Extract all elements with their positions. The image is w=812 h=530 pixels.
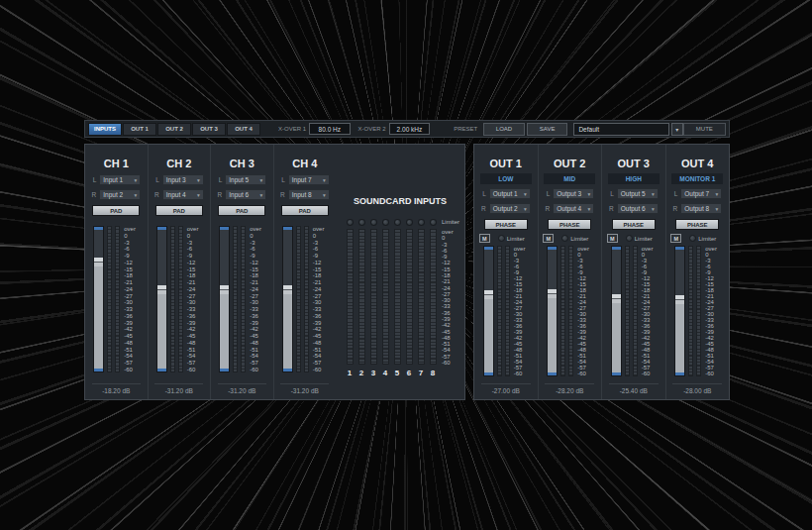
xover1-field[interactable]: 80.0 Hz — [309, 123, 351, 135]
fader-handle[interactable] — [283, 285, 292, 294]
level-meter-right — [568, 246, 573, 376]
channel-strip: CH 3 L Input 5 ▾ R Input 6 — [211, 145, 274, 399]
output-select-right[interactable]: Output 6 ▾ — [617, 203, 659, 214]
input-select-right[interactable]: Input 6 ▾ — [225, 189, 266, 200]
meter-scale: over0-3-6-9-12-15-18-21-24-27-30-33-36-3… — [313, 226, 328, 372]
input-select-left[interactable]: Input 1 ▾ — [99, 174, 141, 185]
pad-button[interactable]: PAD — [218, 205, 265, 216]
save-button[interactable]: SAVE — [527, 123, 568, 136]
mute-button[interactable]: MUTE — [683, 123, 726, 136]
scale-label: -36 — [442, 310, 457, 316]
scale-label: -36 — [313, 313, 328, 319]
input-select-right[interactable]: Input 2 ▾ — [99, 189, 141, 200]
scale-label: -21 — [187, 279, 202, 285]
clip-led-icon — [347, 219, 354, 226]
output-title: OUT 3 — [618, 157, 650, 170]
gain-fader[interactable] — [674, 246, 685, 376]
channel-strip: CH 4 L Input 7 ▾ R Input 8 — [274, 145, 337, 399]
load-button[interactable]: LOAD — [483, 123, 525, 136]
scale-label: -15 — [187, 266, 202, 272]
scale-label: -57 — [187, 360, 202, 366]
channel-title: CH 1 — [104, 157, 129, 170]
level-meter-left — [296, 226, 301, 372]
pad-button[interactable]: PAD — [281, 205, 329, 216]
output-select-left[interactable]: Output 1 ▾ — [489, 188, 531, 199]
preset-name-field[interactable]: Default — [573, 123, 669, 136]
fader-track-upper — [548, 247, 557, 293]
gain-fader[interactable] — [93, 226, 104, 372]
scale-label: -36 — [250, 313, 264, 319]
input-select-right-value: Input 4 — [166, 191, 186, 198]
tab[interactable]: OUT 1 — [123, 123, 156, 136]
pad-button[interactable]: PAD — [92, 205, 140, 216]
scale-label: -27 — [187, 293, 202, 299]
fader-handle[interactable] — [220, 285, 229, 294]
scale-label: -42 — [313, 326, 328, 332]
phase-button[interactable]: PHASE — [548, 219, 591, 230]
gain-fader[interactable] — [611, 246, 622, 376]
clip-led-icon — [358, 219, 365, 226]
band-label: HIGH — [608, 173, 660, 184]
scale-label: -21 — [313, 279, 328, 285]
phase-button[interactable]: PHASE — [612, 219, 656, 230]
fader-track-upper — [484, 247, 493, 294]
output-select-right[interactable]: Output 4 ▾ — [553, 203, 594, 214]
gain-fader[interactable] — [547, 246, 558, 376]
pad-button[interactable]: PAD — [155, 205, 203, 216]
soundcard-channel: 5 — [391, 219, 403, 377]
limiter-led-icon — [626, 235, 633, 242]
input-select-left-value: Input 5 — [229, 176, 249, 183]
output-select-right[interactable]: Output 8 ▾ — [680, 203, 722, 214]
tab[interactable]: OUT 2 — [157, 123, 191, 136]
level-meter-right — [505, 246, 510, 376]
fader-handle[interactable] — [548, 289, 557, 298]
scale-label: -39 — [313, 320, 328, 326]
channel-mute-button[interactable]: M — [543, 234, 554, 243]
fader-track-upper — [612, 247, 621, 298]
tab[interactable]: INPUTS — [88, 123, 122, 136]
fader-handle[interactable] — [612, 294, 621, 303]
gain-fader[interactable] — [219, 226, 230, 372]
output-select-left[interactable]: Output 7 ▾ — [680, 188, 722, 199]
fader-handle[interactable] — [94, 258, 103, 266]
output-select-left[interactable]: Output 5 ▾ — [617, 188, 659, 199]
channel-mute-button[interactable]: M — [607, 234, 618, 243]
input-select-left[interactable]: Input 7 ▾ — [288, 174, 330, 185]
level-readout-divider: -25.40 dB — [609, 383, 659, 399]
input-select-right[interactable]: Input 4 ▾ — [162, 189, 204, 200]
left-channel-label: L — [91, 176, 96, 183]
tab[interactable]: OUT 4 — [227, 123, 260, 136]
level-meter-right — [304, 226, 309, 372]
tab[interactable]: OUT 3 — [192, 123, 226, 136]
channel-mute-button[interactable]: M — [670, 234, 681, 243]
gain-fader[interactable] — [282, 226, 293, 372]
input-select-right[interactable]: Input 8 ▾ — [288, 189, 330, 200]
scale-label: -42 — [442, 322, 457, 328]
fader-handle[interactable] — [484, 290, 493, 299]
left-channel-label: L — [217, 176, 222, 183]
fader-handle[interactable] — [675, 295, 684, 304]
gain-fader[interactable] — [483, 246, 494, 376]
phase-button[interactable]: PHASE — [484, 219, 528, 230]
output-select-right[interactable]: Output 2 ▾ — [489, 203, 531, 214]
level-readout-divider: -31.20 dB — [154, 383, 203, 399]
scale-label: -45 — [442, 329, 457, 335]
scale-label: -42 — [187, 326, 202, 332]
limiter-label: Limiter — [442, 219, 457, 229]
input-select-left[interactable]: Input 3 ▾ — [162, 174, 204, 185]
limiter-label: Limiter — [570, 236, 588, 242]
soundcard-channel-number: 7 — [419, 369, 423, 377]
xover2-field[interactable]: 2.00 kHz — [389, 123, 431, 135]
fader-handle[interactable] — [157, 285, 166, 294]
channel-mute-button[interactable]: M — [479, 234, 490, 243]
chevron-down-icon: ▾ — [323, 192, 326, 198]
output-select-right-value: Output 6 — [621, 205, 646, 212]
preset-dropdown-button[interactable]: ▾ — [671, 123, 682, 136]
chevron-down-icon: ▾ — [259, 192, 262, 198]
xover1-label: X-OVER 1 — [278, 126, 306, 132]
scale-label: -39 — [124, 320, 139, 326]
input-select-left[interactable]: Input 5 ▾ — [225, 174, 266, 185]
output-select-left[interactable]: Output 3 ▾ — [553, 188, 594, 199]
phase-button[interactable]: PHASE — [675, 219, 719, 230]
gain-fader[interactable] — [156, 226, 167, 372]
